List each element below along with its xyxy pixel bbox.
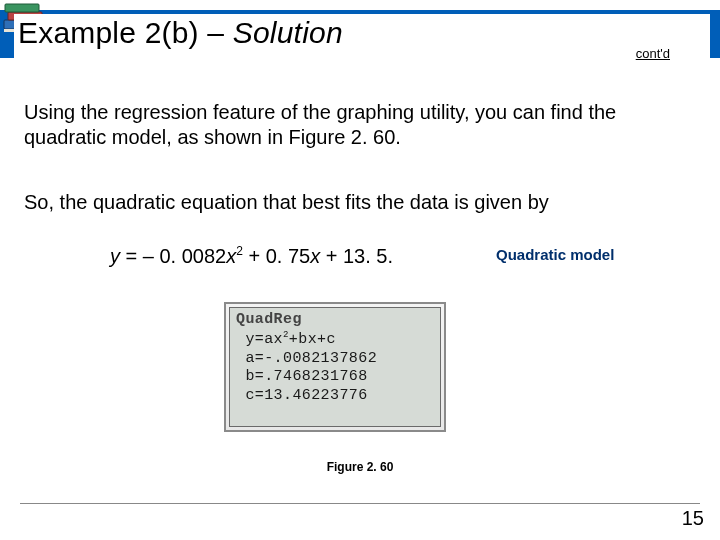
calculator-screenshot: QuadReg y=ax2+bx+c a=-.0082137862 b=.746… xyxy=(224,302,446,432)
calc-line-model: y=ax2+bx+c xyxy=(236,330,434,350)
calc-line-a: a=-.0082137862 xyxy=(236,350,434,369)
calc-header: QuadReg xyxy=(236,311,434,330)
calc-line-b: b=.7468231768 xyxy=(236,368,434,387)
equation-label: Quadratic model xyxy=(496,246,614,263)
calc-line-c: c=13.46223776 xyxy=(236,387,434,406)
quadratic-equation: y = – 0. 0082x2 + 0. 75x + 13. 5. xyxy=(110,244,393,268)
paragraph-2: So, the quadratic equation that best fit… xyxy=(24,190,704,215)
calculator-screen: QuadReg y=ax2+bx+c a=-.0082137862 b=.746… xyxy=(229,307,441,427)
contd-label: cont'd xyxy=(636,46,670,61)
paragraph-1: Using the regression feature of the grap… xyxy=(24,100,696,150)
divider xyxy=(20,503,700,504)
svg-rect-2 xyxy=(5,4,39,12)
page-number: 15 xyxy=(682,507,704,530)
title-solution: Solution xyxy=(233,16,343,49)
slide-title: Example 2(b) – Solution xyxy=(14,14,710,60)
title-prefix: Example 2(b) – xyxy=(18,16,233,49)
figure-caption: Figure 2. 60 xyxy=(0,460,720,474)
